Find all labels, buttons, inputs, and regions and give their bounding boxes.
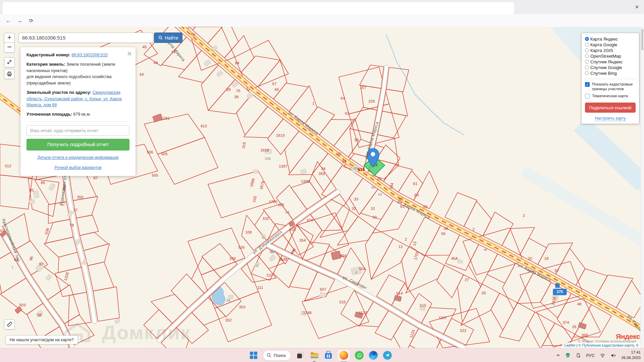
- radio-icon[interactable]: [585, 65, 589, 69]
- parcel-label: 77: [73, 208, 78, 212]
- language-indicator[interactable]: РУС: [586, 353, 595, 358]
- parcel-label: 96: [29, 256, 34, 261]
- firefox-button[interactable]: [338, 350, 350, 361]
- search-icon: [158, 36, 163, 40]
- parcel-label: 66: [275, 87, 279, 92]
- microsoft-store-button[interactable]: [324, 351, 333, 360]
- search-button[interactable]: Найти: [154, 33, 182, 43]
- tray-chevron-icon[interactable]: [556, 353, 560, 357]
- taskbar-search[interactable]: Поиск: [263, 350, 291, 361]
- cadastral-number-link[interactable]: 66:63:1801006:515: [71, 53, 108, 57]
- measure-button[interactable]: [4, 319, 15, 329]
- parcel-label: 353: [239, 305, 245, 309]
- edge-button[interactable]: [369, 351, 378, 360]
- parcel-label: 374: [562, 320, 569, 324]
- volume-muted-icon[interactable]: [610, 353, 616, 358]
- parcel-label: 67: [272, 82, 277, 86]
- parcel-label: 291: [163, 116, 169, 120]
- parcel-label: 4: [262, 235, 264, 239]
- configure-map-link[interactable]: Настроить карту: [585, 116, 636, 121]
- parcel-label: 98: [38, 313, 42, 317]
- parcel-label: 13: [398, 245, 403, 249]
- parcel-info-panel: ✕ Кадастровый номер: 66:63:1801006:515 К…: [20, 47, 136, 176]
- leaflet-link[interactable]: Leaflet: [564, 343, 575, 347]
- parcel-label: 2: [523, 214, 525, 218]
- parcel-label: 28: [226, 87, 231, 92]
- report-details-link[interactable]: Детали отчета и юридическая информация: [26, 155, 129, 161]
- radio-icon[interactable]: [585, 54, 589, 58]
- forward-icon[interactable]: →: [15, 16, 24, 25]
- radio-icon[interactable]: [585, 37, 589, 41]
- layer-option[interactable]: Спутник Яндекс: [585, 59, 636, 65]
- parcel-label: 1679: [259, 181, 265, 190]
- close-icon[interactable]: ✕: [127, 49, 132, 59]
- radio-icon[interactable]: [585, 43, 589, 47]
- parcel-label: 38: [234, 95, 239, 99]
- fullscreen-button[interactable]: [4, 57, 15, 67]
- get-report-button[interactable]: Получить подробный отчет: [26, 139, 129, 150]
- telegram-button[interactable]: [383, 351, 392, 360]
- cadastral-search-input[interactable]: [18, 33, 153, 43]
- window-close-icon[interactable]: ✕: [633, 3, 641, 11]
- radio-icon[interactable]: [585, 60, 589, 64]
- manual-select-link[interactable]: Ручной выбор вариантов: [26, 165, 129, 171]
- building: [253, 170, 258, 173]
- tray-time: 17:41: [621, 350, 641, 355]
- parcel-label: 10А: [265, 157, 271, 161]
- pkk-link[interactable]: © Публичная кадастровая карта, ©: [578, 343, 639, 347]
- checkbox-icon[interactable]: [585, 94, 590, 99]
- whatsapp-button[interactable]: [355, 351, 364, 360]
- share-link-button[interactable]: Поделиться ссылкой: [585, 103, 636, 113]
- overlay-label: Показать кадастровые границы участков: [592, 82, 636, 92]
- water-layer: [212, 27, 641, 305]
- file-explorer-button[interactable]: [310, 351, 319, 360]
- building-red: [153, 114, 163, 122]
- parcel-label: 110: [266, 273, 272, 277]
- parcel-label: 1397: [279, 164, 287, 168]
- wifi-icon[interactable]: [600, 353, 605, 358]
- layer-option[interactable]: Карта Яндекс: [585, 36, 636, 42]
- parcel-label: 27: [465, 278, 469, 282]
- map-canvas[interactable]: 5152755045144344846766287538291413157226…: [0, 27, 641, 348]
- browser-toolbar: ← → ⟳ https://egrp365.org/map/?kadnum=66…: [0, 14, 644, 27]
- taskbar-clock[interactable]: 17:41 26.06.2023: [621, 350, 641, 360]
- land-category-row: Категория земель: Земли поселений (земли…: [26, 61, 129, 86]
- parcel-label: 3Б: [270, 250, 275, 254]
- parcel-label: 505: [152, 173, 158, 177]
- page-scrollbar[interactable]: [640, 27, 644, 348]
- security-shield-icon[interactable]: [565, 353, 571, 358]
- checkbox-icon[interactable]: ✓: [585, 82, 590, 87]
- zoom-out-button[interactable]: −: [4, 43, 15, 53]
- browser-tab[interactable]: [2, 2, 515, 14]
- parcel-label: 45А: [451, 256, 458, 260]
- layer-option[interactable]: Карта Google: [585, 42, 636, 48]
- reload-icon[interactable]: ⟳: [27, 16, 36, 25]
- print-button[interactable]: [4, 69, 15, 79]
- parcel-label: 506: [147, 150, 153, 154]
- layer-option[interactable]: Спутник Google: [585, 65, 636, 70]
- parcel-label: 413: [200, 124, 207, 128]
- usb-device-icon[interactable]: [576, 353, 581, 358]
- base-layer-options: Карта ЯндексКарта GoogleКарта 2GISOpenSt…: [585, 36, 636, 76]
- radio-icon[interactable]: [585, 71, 589, 75]
- building: [46, 274, 52, 281]
- start-button[interactable]: [249, 351, 258, 360]
- layer-option[interactable]: Карта 2GIS: [585, 48, 636, 53]
- zoom-in-button[interactable]: +: [4, 33, 15, 43]
- email-input[interactable]: [26, 125, 129, 136]
- overlay-options: ✓Показать кадастровые границы участковТе…: [585, 82, 636, 99]
- overlay-option[interactable]: ✓Показать кадастровые границы участков: [585, 82, 636, 92]
- layer-option[interactable]: Спутник Bing: [585, 70, 636, 76]
- overlay-option[interactable]: Тематическая карта: [585, 94, 636, 99]
- browser-tab-strip: ✕: [0, 0, 644, 14]
- scrollbar-thumb[interactable]: [641, 29, 643, 50]
- parcel-label: 1107: [439, 316, 447, 320]
- windows-taskbar: Поиск: [0, 348, 644, 362]
- layer-option[interactable]: OpenStreetMap: [585, 53, 636, 59]
- radio-icon[interactable]: [585, 48, 589, 52]
- back-icon[interactable]: ←: [4, 16, 13, 25]
- address-row: Земельный участок по адресу: Свердловска…: [26, 89, 129, 108]
- not-found-tooltip[interactable]: Не нашли участок/дом на карте?: [6, 336, 78, 344]
- parcel-label: 50: [191, 33, 196, 37]
- task-view-button[interactable]: [296, 351, 305, 360]
